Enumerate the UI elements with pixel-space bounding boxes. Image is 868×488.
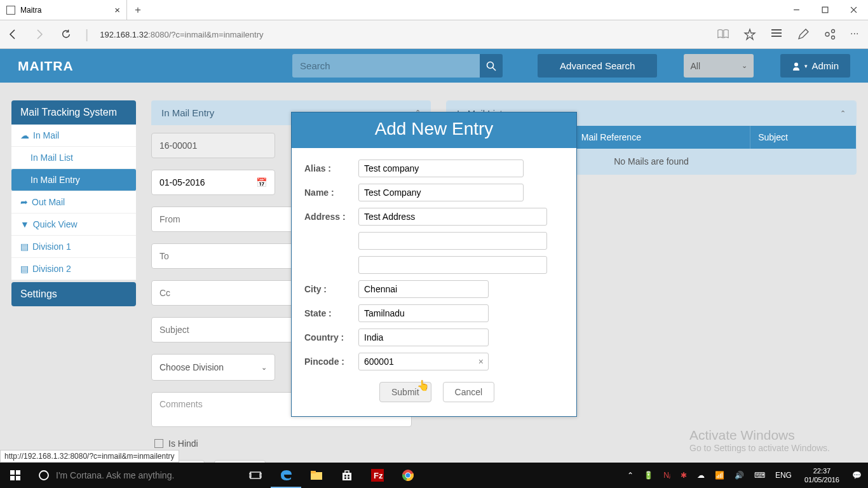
name-label: Name : xyxy=(304,187,358,198)
svg-rect-22 xyxy=(311,471,316,473)
favorite-icon[interactable] xyxy=(743,28,756,41)
close-window-button[interactable] xyxy=(839,0,868,20)
advanced-search-button[interactable]: Advanced Search xyxy=(538,54,657,78)
sidebar-header: Mail Tracking System xyxy=(11,100,136,125)
pincode-input[interactable] xyxy=(358,353,489,370)
browser-tab[interactable]: Maitra × xyxy=(0,0,127,20)
svg-rect-18 xyxy=(250,472,261,478)
mailno-field xyxy=(151,133,275,158)
reading-view-icon[interactable] xyxy=(717,28,729,41)
maximize-button[interactable] xyxy=(811,0,839,20)
more-icon[interactable]: ··· xyxy=(850,28,863,41)
svg-rect-24 xyxy=(344,475,346,477)
svg-rect-23 xyxy=(342,473,351,480)
activate-windows-watermark: Activate Windows Go to Settings to activ… xyxy=(689,428,830,453)
taskview-icon[interactable] xyxy=(240,463,271,488)
clear-icon[interactable]: × xyxy=(478,356,484,367)
city-input[interactable] xyxy=(358,280,489,298)
alias-label: Alias : xyxy=(304,163,358,173)
th-mailref[interactable]: Mail Reference xyxy=(573,126,750,149)
tray-keyboard-icon[interactable]: ⌨ xyxy=(752,471,768,480)
sidebar-item-inmail-list[interactable]: In Mail List xyxy=(11,147,136,169)
tray-clock[interactable]: 22:37 01/05/2016 xyxy=(799,466,844,484)
app-logo: MAITRA xyxy=(18,58,74,74)
division-select[interactable]: Choose Division⌄ xyxy=(151,354,275,381)
user-icon xyxy=(792,62,801,71)
admin-menu-button[interactable]: ▾ Admin xyxy=(780,54,850,78)
tray-battery-icon[interactable]: 🔋 xyxy=(641,471,656,480)
chrome-icon[interactable] xyxy=(393,463,423,488)
svg-rect-13 xyxy=(10,470,15,475)
hub-icon[interactable] xyxy=(770,28,783,41)
app-header: MAITRA Advanced Search All⌄ ▾ Admin xyxy=(0,49,868,83)
cloud-download-icon: ☁ xyxy=(20,130,29,140)
state-input[interactable] xyxy=(358,304,489,322)
tab-title: Maitra xyxy=(20,6,109,15)
sidebar-item-inmail[interactable]: ☁In Mail xyxy=(11,125,136,147)
svg-rect-26 xyxy=(344,477,346,479)
search-input[interactable] xyxy=(292,54,480,78)
svg-rect-1 xyxy=(822,7,828,13)
collapse-icon: ⌃ xyxy=(840,109,846,118)
address1-input[interactable] xyxy=(358,208,547,226)
svg-rect-25 xyxy=(348,475,349,477)
new-tab-button[interactable]: + xyxy=(127,4,149,17)
tray-lang[interactable]: ENG xyxy=(773,471,794,480)
admin-label: Admin xyxy=(811,60,839,71)
tray-volume-icon[interactable]: 🔊 xyxy=(732,471,747,480)
sidebar-item-division2[interactable]: ▤Division 2 xyxy=(11,258,136,280)
filter-icon: ▼ xyxy=(20,219,29,229)
svg-point-7 xyxy=(825,32,829,36)
svg-rect-27 xyxy=(348,477,349,479)
list-icon: ▤ xyxy=(20,264,29,274)
pincode-label: Pincode : xyxy=(304,356,358,367)
webnote-icon[interactable] xyxy=(797,28,810,41)
alias-input[interactable] xyxy=(358,159,524,177)
svg-rect-14 xyxy=(16,470,20,475)
date-field[interactable]: 01-05-2016📅 xyxy=(151,170,275,195)
start-button[interactable] xyxy=(0,463,31,488)
filezilla-icon[interactable]: Fz xyxy=(362,463,393,488)
cortana-search[interactable]: I'm Cortana. Ask me anything. xyxy=(31,463,240,488)
country-input[interactable] xyxy=(358,329,489,346)
tray-app2-icon[interactable]: ✱ xyxy=(678,471,689,480)
address2-input[interactable] xyxy=(358,232,547,250)
minimize-button[interactable] xyxy=(782,0,811,20)
search-button[interactable] xyxy=(480,54,503,78)
modal-cancel-button[interactable]: Cancel xyxy=(443,382,495,402)
filter-dropdown[interactable]: All⌄ xyxy=(684,54,754,78)
explorer-icon[interactable] xyxy=(301,463,332,488)
tray-network-icon[interactable]: 📶 xyxy=(712,471,727,480)
sidebar-settings[interactable]: Settings xyxy=(11,282,136,306)
store-icon[interactable] xyxy=(332,463,362,488)
refresh-button[interactable] xyxy=(58,27,74,42)
address-bar[interactable]: 192.168.1.32:8080/?c=inmail&m=inmailentr… xyxy=(100,30,263,39)
close-tab-icon[interactable]: × xyxy=(114,4,120,15)
sidebar-item-division1[interactable]: ▤Division 1 xyxy=(11,236,136,258)
svg-point-9 xyxy=(832,36,835,39)
name-input[interactable] xyxy=(358,184,524,201)
sidebar-item-inmail-entry[interactable]: In Mail Entry xyxy=(11,169,136,191)
address3-input[interactable] xyxy=(358,256,547,274)
tray-onedrive-icon[interactable]: ☁ xyxy=(695,471,707,480)
sidebar: Mail Tracking System ☁In Mail In Mail Li… xyxy=(11,100,136,445)
browser-toolbar: | 192.168.1.32:8080/?c=inmail&m=inmailen… xyxy=(0,20,868,49)
edge-icon[interactable] xyxy=(271,463,301,488)
checkbox-icon xyxy=(154,439,163,448)
tray-notifications-icon[interactable]: 💬 xyxy=(850,471,864,480)
sidebar-item-outmail[interactable]: ➦Out Mail xyxy=(11,191,136,214)
th-subject[interactable]: Subject xyxy=(750,126,856,149)
add-entry-modal: Add New Entry Alias : Name : Address : C… xyxy=(291,112,577,417)
forward-button[interactable] xyxy=(32,27,47,42)
tray-app-icon[interactable]: Nⱼ xyxy=(661,471,673,480)
svg-point-34 xyxy=(406,473,410,478)
svg-rect-15 xyxy=(10,476,15,480)
ishindi-checkbox[interactable]: Is Hindi xyxy=(151,438,431,449)
svg-point-17 xyxy=(39,471,48,480)
back-button[interactable] xyxy=(5,27,20,42)
separator: | xyxy=(85,27,88,42)
share-icon[interactable] xyxy=(824,28,836,41)
sidebar-item-quickview[interactable]: ▼Quick View xyxy=(11,214,136,236)
calendar-icon: 📅 xyxy=(256,177,267,187)
tray-chevron-icon[interactable]: ⌃ xyxy=(625,471,636,480)
